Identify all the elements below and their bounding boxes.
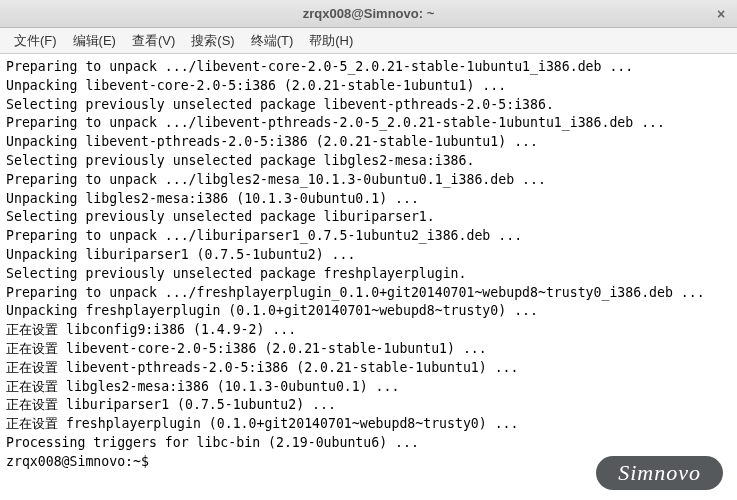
menu-view[interactable]: 查看(V): [124, 28, 183, 54]
watermark-badge: Simnovo: [596, 456, 723, 490]
close-icon[interactable]: ×: [713, 6, 729, 22]
menu-help[interactable]: 帮助(H): [301, 28, 361, 54]
menu-search[interactable]: 搜索(S): [183, 28, 242, 54]
terminal-output[interactable]: Preparing to unpack .../libevent-core-2.…: [0, 54, 737, 500]
menu-file[interactable]: 文件(F): [6, 28, 65, 54]
menu-bar: 文件(F) 编辑(E) 查看(V) 搜索(S) 终端(T) 帮助(H): [0, 28, 737, 54]
menu-terminal[interactable]: 终端(T): [243, 28, 302, 54]
menu-edit[interactable]: 编辑(E): [65, 28, 124, 54]
window-titlebar: zrqx008@Simnovo: ~ ×: [0, 0, 737, 28]
window-title: zrqx008@Simnovo: ~: [303, 6, 435, 21]
